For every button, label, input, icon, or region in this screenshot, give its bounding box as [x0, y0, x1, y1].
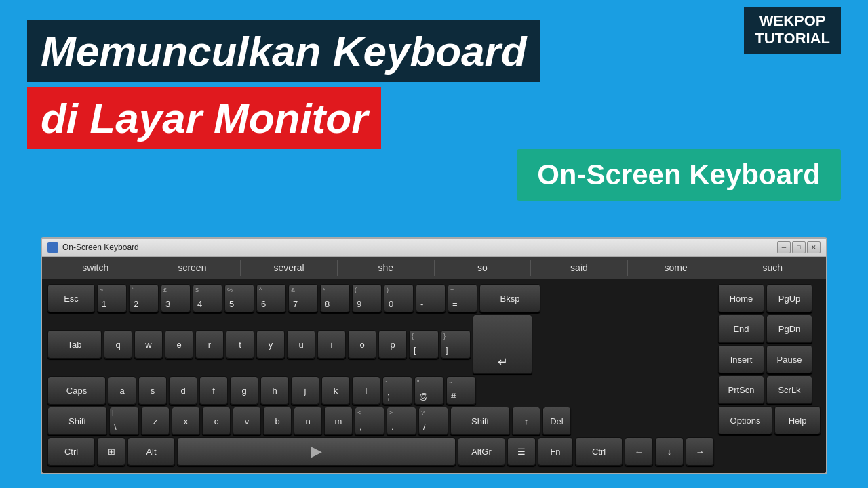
key-comma[interactable]: <,: [355, 407, 384, 435]
key-semicolon[interactable]: :;: [382, 376, 412, 405]
suggestion-1[interactable]: screen: [144, 260, 241, 276]
suggestion-0[interactable]: switch: [47, 260, 144, 276]
key-spacebar[interactable]: ▶: [177, 437, 456, 466]
key-1[interactable]: ~1: [97, 284, 127, 312]
key-slash[interactable]: ?/: [418, 407, 448, 435]
key-f[interactable]: f: [199, 376, 228, 405]
key-alt-left[interactable]: Alt: [127, 437, 175, 466]
minimize-button[interactable]: ─: [777, 241, 791, 253]
key-hash[interactable]: ~#: [446, 376, 476, 405]
key-up[interactable]: ↑: [512, 407, 540, 435]
key-del[interactable]: Del: [542, 407, 571, 435]
key-r[interactable]: r: [195, 330, 224, 359]
suggestion-3[interactable]: she: [338, 260, 435, 276]
badge-text: On-Screen Keyboard: [537, 159, 821, 190]
key-k[interactable]: k: [321, 376, 350, 405]
key-m[interactable]: m: [324, 407, 353, 435]
key-pgdn[interactable]: PgDn: [766, 314, 812, 343]
key-pause[interactable]: Pause: [766, 345, 812, 373]
key-q[interactable]: q: [104, 330, 132, 359]
key-shift-left[interactable]: Shift: [47, 407, 107, 435]
key-g[interactable]: g: [230, 376, 258, 405]
nav-row-2: End PgDn: [718, 314, 821, 343]
key-down[interactable]: ↓: [655, 437, 684, 466]
key-6[interactable]: ^6: [256, 284, 286, 312]
key-a[interactable]: a: [108, 376, 136, 405]
key-right[interactable]: →: [686, 437, 714, 466]
nav-top-row: Home PgUp: [718, 284, 821, 312]
key-home[interactable]: Home: [718, 284, 764, 312]
key-4[interactable]: $4: [193, 284, 222, 312]
key-prtscn[interactable]: PrtScn: [718, 375, 764, 404]
key-fn[interactable]: Fn: [538, 437, 573, 466]
suggestion-5[interactable]: said: [531, 260, 628, 276]
key-backslash[interactable]: |\: [109, 407, 139, 435]
key-c[interactable]: c: [202, 407, 231, 435]
key-3[interactable]: £3: [161, 284, 191, 312]
key-8[interactable]: *8: [320, 284, 350, 312]
suggestion-4[interactable]: so: [435, 260, 532, 276]
key-shift-right[interactable]: Shift: [450, 407, 510, 435]
key-o[interactable]: o: [348, 330, 376, 359]
maximize-button[interactable]: □: [792, 241, 806, 253]
key-lbracket[interactable]: {[: [409, 330, 439, 359]
key-u[interactable]: u: [287, 330, 315, 359]
key-enter[interactable]: ↵: [473, 314, 532, 374]
key-y[interactable]: y: [256, 330, 285, 359]
nav-row-5: Options Help: [718, 406, 821, 434]
key-altgr[interactable]: AltGr: [458, 437, 505, 466]
key-esc[interactable]: Esc: [47, 284, 95, 312]
key-menu[interactable]: ☰: [507, 437, 536, 466]
key-z[interactable]: z: [141, 407, 170, 435]
key-j[interactable]: j: [291, 376, 319, 405]
keyboard-body: Esc ~1 `2 £3 $4 %5 ^6 &7 *8 (9 )0 _- += …: [42, 279, 826, 473]
keyboard-window: On-Screen Keyboard ─ □ ✕ switch screen s…: [41, 237, 827, 474]
key-ctrl-left[interactable]: Ctrl: [47, 437, 95, 466]
key-d[interactable]: d: [169, 376, 197, 405]
key-t[interactable]: t: [226, 330, 254, 359]
key-l[interactable]: l: [352, 376, 380, 405]
key-2[interactable]: `2: [129, 284, 159, 312]
key-7[interactable]: &7: [288, 284, 318, 312]
key-at[interactable]: "@: [414, 376, 444, 405]
key-tab[interactable]: Tab: [47, 330, 102, 359]
key-win[interactable]: ⊞: [97, 437, 125, 466]
key-left[interactable]: ←: [625, 437, 653, 466]
key-pgup[interactable]: PgUp: [766, 284, 812, 312]
key-b[interactable]: b: [263, 407, 292, 435]
key-help[interactable]: Help: [774, 406, 821, 434]
key-p[interactable]: p: [378, 330, 407, 359]
key-i[interactable]: i: [317, 330, 346, 359]
key-h[interactable]: h: [260, 376, 289, 405]
subtitle-block: di Layar Monitor: [27, 87, 381, 149]
title-block: Memunculkan Keyboard: [27, 20, 540, 82]
key-equals[interactable]: +=: [448, 284, 477, 312]
suggestion-6[interactable]: some: [628, 260, 725, 276]
key-rbracket[interactable]: }]: [441, 330, 471, 359]
key-caps[interactable]: Caps: [47, 376, 106, 405]
key-x[interactable]: x: [172, 407, 200, 435]
key-minus[interactable]: _-: [416, 284, 446, 312]
key-9[interactable]: (9: [352, 284, 382, 312]
main-keyboard: Esc ~1 `2 £3 $4 %5 ^6 &7 *8 (9 )0 _- += …: [47, 284, 714, 468]
key-0[interactable]: )0: [384, 284, 414, 312]
key-scrlk[interactable]: ScrLk: [766, 375, 812, 404]
key-n[interactable]: n: [294, 407, 322, 435]
suggestion-7[interactable]: such: [724, 260, 821, 276]
key-backspace[interactable]: Bksp: [479, 284, 540, 312]
key-w[interactable]: w: [134, 330, 163, 359]
suggestion-2[interactable]: several: [241, 260, 338, 276]
key-5[interactable]: %5: [224, 284, 254, 312]
key-s[interactable]: s: [138, 376, 167, 405]
key-options[interactable]: Options: [718, 406, 772, 434]
key-ctrl-right[interactable]: Ctrl: [575, 437, 623, 466]
bottom-row: Ctrl ⊞ Alt ▶ AltGr ☰ Fn Ctrl ← ↓ →: [47, 437, 714, 466]
top-section: Memunculkan Keyboard di Layar Monitor: [0, 0, 868, 156]
key-insert[interactable]: Insert: [718, 345, 764, 373]
key-period[interactable]: >.: [387, 407, 416, 435]
nav-row-3: Insert Pause: [718, 345, 821, 373]
close-button[interactable]: ✕: [807, 241, 821, 253]
key-e[interactable]: e: [165, 330, 193, 359]
key-v[interactable]: v: [233, 407, 261, 435]
key-end[interactable]: End: [718, 314, 764, 343]
